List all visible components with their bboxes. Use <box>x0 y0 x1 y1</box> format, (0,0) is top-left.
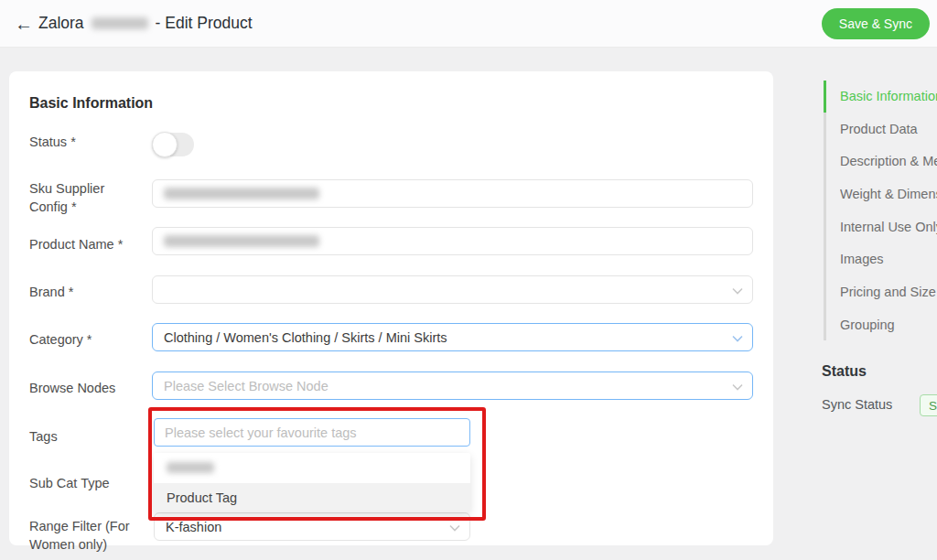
range-filter-value: K-fashion <box>166 520 221 534</box>
tags-dropdown-item-redacted[interactable] <box>154 453 470 483</box>
browse-nodes-placeholder: Please Select Browse Node <box>164 379 328 393</box>
sidebar-item-images[interactable]: Images <box>840 252 937 268</box>
redacted-product-name-value <box>164 235 319 247</box>
sidebar-item-product-data[interactable]: Product Data <box>840 122 937 138</box>
browse-nodes-select[interactable]: Please Select Browse Node <box>152 372 753 400</box>
status-section-heading: Status <box>822 363 867 380</box>
sync-status-label: Sync Status <box>822 397 892 412</box>
redacted-sku-value <box>164 188 319 199</box>
sidebar-item-grouping[interactable]: Grouping <box>840 318 937 334</box>
product-name-input[interactable] <box>152 227 753 255</box>
product-name-label: Product Name * <box>29 235 146 253</box>
chevron-down-icon <box>732 330 743 345</box>
page-title-prefix: Zalora <box>38 14 84 33</box>
category-value: Clothing / Women's Clothing / Skirts / M… <box>164 330 447 345</box>
brand-select[interactable] <box>152 275 753 304</box>
tags-input[interactable] <box>154 418 470 447</box>
page-title: Zalora - Edit Product <box>38 14 253 33</box>
range-filter-select[interactable]: K-fashion <box>154 512 470 541</box>
chevron-down-icon <box>732 379 743 393</box>
brand-label: Brand * <box>29 283 146 301</box>
sidebar-item-weight-dimension[interactable]: Weight & Dimensi <box>840 187 937 203</box>
browse-nodes-label: Browse Nodes <box>29 379 146 397</box>
top-bar: ← Zalora - Edit Product Save & Sync <box>0 0 937 48</box>
sidebar-active-indicator <box>824 81 826 113</box>
tags-dropdown-item-product-tag[interactable]: Product Tag <box>154 483 470 513</box>
redacted-title-segment <box>92 17 148 29</box>
sku-supplier-config-input[interactable] <box>152 179 753 208</box>
tags-dropdown: Product Tag <box>154 453 470 512</box>
sidebar-item-basic-information[interactable]: Basic Information <box>840 89 937 105</box>
category-select[interactable]: Clothing / Women's Clothing / Skirts / M… <box>152 323 753 351</box>
save-sync-button[interactable]: Save & Sync <box>822 8 930 39</box>
basic-information-card: Basic Information Status * Sku Supplier … <box>9 71 773 545</box>
edit-product-screen: ← Zalora - Edit Product Save & Sync Basi… <box>0 0 937 560</box>
toggle-knob <box>152 132 178 157</box>
sidebar-rule <box>824 81 826 340</box>
status-label: Status * <box>29 133 146 151</box>
tags-label: Tags <box>29 427 146 446</box>
chevron-down-icon <box>732 283 743 297</box>
section-title: Basic Information <box>29 95 153 112</box>
back-arrow-icon[interactable]: ← <box>12 12 36 36</box>
redacted-tag-option <box>167 462 214 473</box>
category-label: Category * <box>29 330 146 349</box>
range-filter-label: Range Filter (For Women only) <box>29 517 146 554</box>
sync-status-badge: Su <box>920 394 937 416</box>
sub-cat-type-label: Sub Cat Type <box>29 474 146 492</box>
sku-supplier-config-label: Sku Supplier Config * <box>29 179 146 216</box>
chevron-down-icon <box>449 520 460 534</box>
sidebar-item-description-media[interactable]: Description & Mea <box>840 154 937 170</box>
page-title-suffix: - Edit Product <box>156 14 253 33</box>
status-toggle[interactable] <box>152 133 194 156</box>
sidebar-item-internal-use-only[interactable]: Internal Use Only <box>840 220 937 236</box>
sidebar-item-pricing-and-size[interactable]: Pricing and Size <box>840 285 937 301</box>
